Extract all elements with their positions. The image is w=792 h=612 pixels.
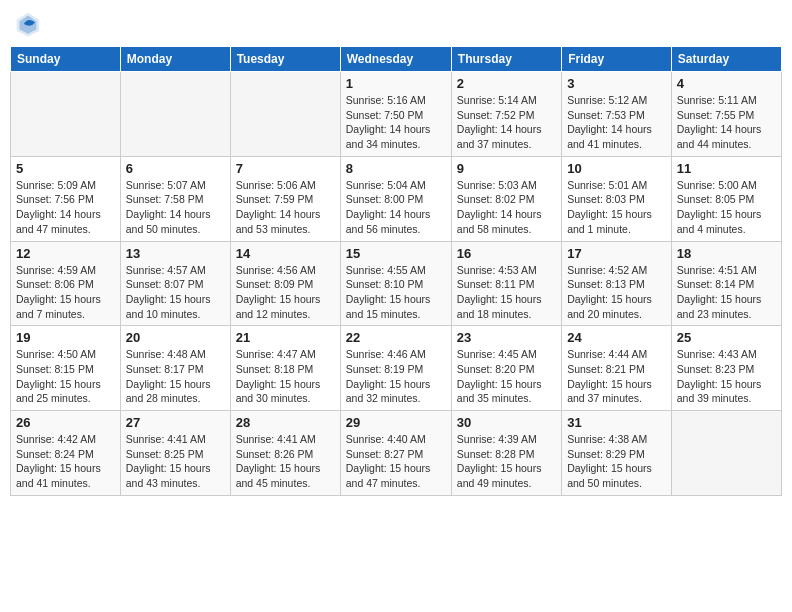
day-number: 29 (346, 415, 446, 430)
day-info-text: Sunset: 8:17 PM (126, 362, 225, 377)
page-header (10, 10, 782, 38)
calendar-day-cell: 14Sunrise: 4:56 AMSunset: 8:09 PMDayligh… (230, 241, 340, 326)
day-info-text: Sunset: 8:07 PM (126, 277, 225, 292)
day-number: 2 (457, 76, 556, 91)
day-number: 5 (16, 161, 115, 176)
calendar-table: SundayMondayTuesdayWednesdayThursdayFrid… (10, 46, 782, 496)
calendar-day-cell: 9Sunrise: 5:03 AMSunset: 8:02 PMDaylight… (451, 156, 561, 241)
day-info-text: Sunrise: 5:07 AM (126, 178, 225, 193)
day-info-text: Sunrise: 4:59 AM (16, 263, 115, 278)
calendar-week-row: 5Sunrise: 5:09 AMSunset: 7:56 PMDaylight… (11, 156, 782, 241)
day-info-text: Daylight: 15 hours and 20 minutes. (567, 292, 666, 321)
day-info-text: Sunrise: 5:12 AM (567, 93, 666, 108)
day-info-text: Sunset: 7:50 PM (346, 108, 446, 123)
day-info-text: Sunset: 8:19 PM (346, 362, 446, 377)
calendar-day-cell: 30Sunrise: 4:39 AMSunset: 8:28 PMDayligh… (451, 411, 561, 496)
day-number: 20 (126, 330, 225, 345)
calendar-day-cell: 26Sunrise: 4:42 AMSunset: 8:24 PMDayligh… (11, 411, 121, 496)
calendar-day-cell (120, 72, 230, 157)
day-of-week-header: Friday (562, 47, 672, 72)
calendar-day-cell: 27Sunrise: 4:41 AMSunset: 8:25 PMDayligh… (120, 411, 230, 496)
calendar-day-cell: 12Sunrise: 4:59 AMSunset: 8:06 PMDayligh… (11, 241, 121, 326)
day-info-text: Sunset: 8:02 PM (457, 192, 556, 207)
day-info-text: Daylight: 15 hours and 12 minutes. (236, 292, 335, 321)
day-number: 10 (567, 161, 666, 176)
day-info-text: Daylight: 14 hours and 58 minutes. (457, 207, 556, 236)
day-info-text: Sunset: 8:27 PM (346, 447, 446, 462)
calendar-week-row: 26Sunrise: 4:42 AMSunset: 8:24 PMDayligh… (11, 411, 782, 496)
day-number: 21 (236, 330, 335, 345)
calendar-day-cell: 24Sunrise: 4:44 AMSunset: 8:21 PMDayligh… (562, 326, 672, 411)
day-info-text: Sunset: 8:25 PM (126, 447, 225, 462)
calendar-day-cell: 2Sunrise: 5:14 AMSunset: 7:52 PMDaylight… (451, 72, 561, 157)
day-info-text: Sunset: 8:14 PM (677, 277, 776, 292)
day-info-text: Daylight: 14 hours and 47 minutes. (16, 207, 115, 236)
day-info-text: Sunset: 8:24 PM (16, 447, 115, 462)
day-info-text: Daylight: 15 hours and 4 minutes. (677, 207, 776, 236)
day-number: 1 (346, 76, 446, 91)
day-info-text: Sunrise: 5:11 AM (677, 93, 776, 108)
day-info-text: Daylight: 15 hours and 50 minutes. (567, 461, 666, 490)
day-number: 6 (126, 161, 225, 176)
day-info-text: Sunset: 7:58 PM (126, 192, 225, 207)
day-number: 14 (236, 246, 335, 261)
day-info-text: Sunset: 8:10 PM (346, 277, 446, 292)
calendar-day-cell: 6Sunrise: 5:07 AMSunset: 7:58 PMDaylight… (120, 156, 230, 241)
day-info-text: Sunrise: 4:41 AM (236, 432, 335, 447)
calendar-day-cell: 10Sunrise: 5:01 AMSunset: 8:03 PMDayligh… (562, 156, 672, 241)
day-info-text: Daylight: 14 hours and 37 minutes. (457, 122, 556, 151)
calendar-week-row: 1Sunrise: 5:16 AMSunset: 7:50 PMDaylight… (11, 72, 782, 157)
day-info-text: Daylight: 15 hours and 47 minutes. (346, 461, 446, 490)
day-info-text: Sunrise: 4:47 AM (236, 347, 335, 362)
day-info-text: Daylight: 15 hours and 43 minutes. (126, 461, 225, 490)
day-number: 28 (236, 415, 335, 430)
day-info-text: Sunrise: 4:42 AM (16, 432, 115, 447)
day-number: 8 (346, 161, 446, 176)
calendar-week-row: 19Sunrise: 4:50 AMSunset: 8:15 PMDayligh… (11, 326, 782, 411)
day-number: 4 (677, 76, 776, 91)
day-info-text: Daylight: 14 hours and 56 minutes. (346, 207, 446, 236)
day-info-text: Sunset: 7:52 PM (457, 108, 556, 123)
day-info-text: Sunrise: 4:52 AM (567, 263, 666, 278)
day-number: 15 (346, 246, 446, 261)
day-info-text: Sunset: 7:55 PM (677, 108, 776, 123)
calendar-day-cell: 17Sunrise: 4:52 AMSunset: 8:13 PMDayligh… (562, 241, 672, 326)
calendar-day-cell (230, 72, 340, 157)
calendar-day-cell: 5Sunrise: 5:09 AMSunset: 7:56 PMDaylight… (11, 156, 121, 241)
day-info-text: Sunrise: 5:04 AM (346, 178, 446, 193)
day-info-text: Sunrise: 4:50 AM (16, 347, 115, 362)
calendar-day-cell: 20Sunrise: 4:48 AMSunset: 8:17 PMDayligh… (120, 326, 230, 411)
day-info-text: Sunset: 8:03 PM (567, 192, 666, 207)
day-number: 24 (567, 330, 666, 345)
day-info-text: Daylight: 15 hours and 18 minutes. (457, 292, 556, 321)
day-info-text: Sunset: 8:00 PM (346, 192, 446, 207)
calendar-day-cell (11, 72, 121, 157)
day-info-text: Sunset: 8:15 PM (16, 362, 115, 377)
day-info-text: Daylight: 15 hours and 1 minute. (567, 207, 666, 236)
calendar-day-cell: 13Sunrise: 4:57 AMSunset: 8:07 PMDayligh… (120, 241, 230, 326)
day-number: 22 (346, 330, 446, 345)
day-info-text: Daylight: 15 hours and 37 minutes. (567, 377, 666, 406)
day-number: 11 (677, 161, 776, 176)
day-number: 30 (457, 415, 556, 430)
day-info-text: Sunrise: 4:40 AM (346, 432, 446, 447)
day-number: 27 (126, 415, 225, 430)
calendar-day-cell: 28Sunrise: 4:41 AMSunset: 8:26 PMDayligh… (230, 411, 340, 496)
day-of-week-header: Wednesday (340, 47, 451, 72)
day-info-text: Daylight: 15 hours and 32 minutes. (346, 377, 446, 406)
day-info-text: Sunrise: 5:06 AM (236, 178, 335, 193)
calendar-day-cell: 15Sunrise: 4:55 AMSunset: 8:10 PMDayligh… (340, 241, 451, 326)
day-info-text: Daylight: 15 hours and 10 minutes. (126, 292, 225, 321)
day-info-text: Sunset: 8:20 PM (457, 362, 556, 377)
day-number: 25 (677, 330, 776, 345)
day-info-text: Sunset: 7:56 PM (16, 192, 115, 207)
day-info-text: Sunrise: 4:53 AM (457, 263, 556, 278)
calendar-day-cell: 7Sunrise: 5:06 AMSunset: 7:59 PMDaylight… (230, 156, 340, 241)
day-info-text: Daylight: 15 hours and 45 minutes. (236, 461, 335, 490)
calendar-day-cell: 23Sunrise: 4:45 AMSunset: 8:20 PMDayligh… (451, 326, 561, 411)
day-number: 16 (457, 246, 556, 261)
day-number: 17 (567, 246, 666, 261)
calendar-day-cell: 21Sunrise: 4:47 AMSunset: 8:18 PMDayligh… (230, 326, 340, 411)
day-info-text: Sunrise: 4:46 AM (346, 347, 446, 362)
day-info-text: Daylight: 15 hours and 49 minutes. (457, 461, 556, 490)
